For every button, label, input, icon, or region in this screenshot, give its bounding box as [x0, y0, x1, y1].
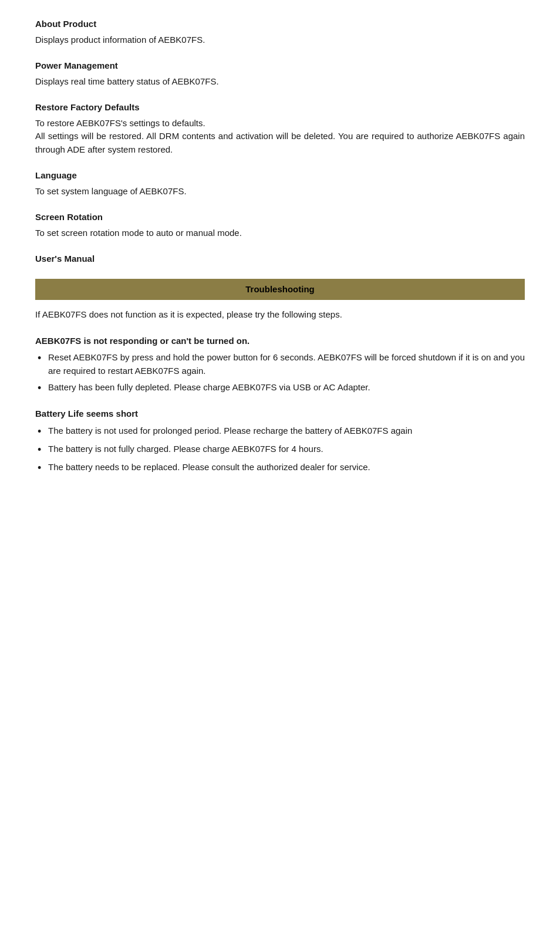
restore-factory-body: To restore AEBK07FS's settings to defaul… — [35, 117, 525, 157]
users-manual-section: User's Manual — [35, 252, 525, 266]
battery-life-list: • The battery is not used for prolonged … — [35, 424, 525, 476]
not-responding-list: • Reset AEBK07FS by press and hold the p… — [35, 351, 525, 396]
power-management-body: Displays real time battery status of AEB… — [35, 75, 525, 89]
bullet-icon: • — [35, 443, 48, 457]
not-responding-section: AEBK07FS is not responding or can't be t… — [35, 335, 525, 396]
bullet-icon: • — [35, 351, 48, 366]
language-body: To set system language of AEBK07FS. — [35, 185, 525, 198]
about-product-section: About Product Displays product informati… — [35, 18, 525, 46]
restore-line2: All settings will be restored. All DRM c… — [35, 131, 525, 154]
users-manual-title: User's Manual — [35, 252, 525, 266]
troubleshooting-intro-section: If AEBK07FS does not function as it is e… — [35, 308, 525, 322]
screen-rotation-title: Screen Rotation — [35, 211, 525, 224]
bullet-icon: • — [35, 424, 48, 439]
bullet-text: The battery is not fully charged. Please… — [48, 443, 525, 456]
bullet-icon: • — [35, 381, 48, 396]
language-section: Language To set system language of AEBK0… — [35, 169, 525, 198]
about-product-body: Displays product information of AEBK07FS… — [35, 33, 525, 47]
bullet-text: Reset AEBK07FS by press and hold the pow… — [48, 351, 525, 377]
screen-rotation-section: Screen Rotation To set screen rotation m… — [35, 211, 525, 239]
not-responding-title: AEBK07FS is not responding or can't be t… — [35, 335, 525, 348]
list-item: • Reset AEBK07FS by press and hold the p… — [35, 351, 525, 377]
screen-rotation-body: To set screen rotation mode to auto or m… — [35, 227, 525, 240]
bullet-icon: • — [35, 461, 48, 475]
bullet-text: The battery needs to be replaced. Please… — [48, 461, 525, 474]
restore-factory-section: Restore Factory Defaults To restore AEBK… — [35, 101, 525, 156]
battery-life-section: Battery Life seems short • The battery i… — [35, 407, 525, 475]
list-item: • The battery needs to be replaced. Plea… — [35, 461, 525, 475]
bullet-text: Battery has been fully depleted. Please … — [48, 381, 525, 394]
power-management-section: Power Management Displays real time batt… — [35, 59, 525, 88]
bullet-text: The battery is not used for prolonged pe… — [48, 424, 525, 438]
troubleshooting-header: Troubleshooting — [35, 279, 525, 301]
about-product-title: About Product — [35, 18, 525, 31]
list-item: • The battery is not used for prolonged … — [35, 424, 525, 439]
restore-factory-title: Restore Factory Defaults — [35, 101, 525, 114]
list-item: • The battery is not fully charged. Plea… — [35, 443, 525, 457]
list-item: • Battery has been fully depleted. Pleas… — [35, 381, 525, 396]
power-management-title: Power Management — [35, 59, 525, 73]
troubleshooting-intro: If AEBK07FS does not function as it is e… — [35, 308, 525, 322]
battery-life-title: Battery Life seems short — [35, 407, 525, 421]
restore-line1: To restore AEBK07FS's settings to defaul… — [35, 118, 205, 128]
language-title: Language — [35, 169, 525, 183]
